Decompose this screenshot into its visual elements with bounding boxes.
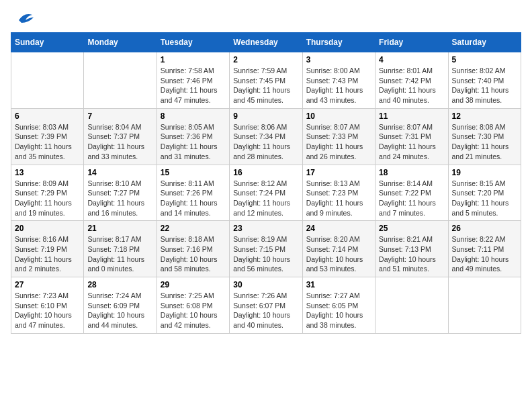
- calendar-cell: 14Sunrise: 8:10 AM Sunset: 7:27 PM Dayli…: [84, 165, 157, 221]
- calendar-week-row: 1Sunrise: 7:58 AM Sunset: 7:46 PM Daylig…: [11, 52, 521, 109]
- day-info: Sunrise: 8:14 AM Sunset: 7:22 PM Dayligh…: [379, 179, 444, 218]
- calendar-cell: 11Sunrise: 8:07 AM Sunset: 7:31 PM Dayli…: [375, 108, 448, 165]
- day-number: 18: [379, 168, 444, 177]
- logo-bird-icon: [15, 11, 34, 26]
- calendar-cell: 21Sunrise: 8:17 AM Sunset: 7:18 PM Dayli…: [84, 221, 157, 277]
- calendar-cell: 20Sunrise: 8:16 AM Sunset: 7:19 PM Dayli…: [11, 221, 84, 277]
- day-info: Sunrise: 8:07 AM Sunset: 7:33 PM Dayligh…: [306, 122, 371, 162]
- day-info: Sunrise: 8:06 AM Sunset: 7:34 PM Dayligh…: [233, 122, 298, 162]
- day-info: Sunrise: 7:25 AM Sunset: 6:08 PM Dayligh…: [161, 291, 226, 330]
- calendar-cell: 28Sunrise: 7:24 AM Sunset: 6:09 PM Dayli…: [84, 277, 157, 334]
- day-info: Sunrise: 7:59 AM Sunset: 7:45 PM Dayligh…: [233, 66, 298, 105]
- day-info: Sunrise: 8:17 AM Sunset: 7:18 PM Dayligh…: [87, 234, 152, 274]
- weekday-header-row: SundayMondayTuesdayWednesdayThursdayFrid…: [11, 33, 521, 52]
- day-number: 22: [161, 224, 226, 233]
- calendar-cell: 15Sunrise: 8:11 AM Sunset: 7:26 PM Dayli…: [157, 165, 229, 221]
- weekday-header: Tuesday: [157, 33, 229, 52]
- day-info: Sunrise: 8:18 AM Sunset: 7:16 PM Dayligh…: [161, 234, 226, 274]
- calendar-cell: 5Sunrise: 8:02 AM Sunset: 7:40 PM Daylig…: [448, 52, 521, 109]
- day-info: Sunrise: 8:00 AM Sunset: 7:43 PM Dayligh…: [306, 66, 371, 105]
- day-info: Sunrise: 8:19 AM Sunset: 7:15 PM Dayligh…: [233, 234, 298, 274]
- calendar-cell: 13Sunrise: 8:09 AM Sunset: 7:29 PM Dayli…: [11, 165, 84, 221]
- calendar-cell: 23Sunrise: 8:19 AM Sunset: 7:15 PM Dayli…: [230, 221, 302, 277]
- day-info: Sunrise: 8:08 AM Sunset: 7:30 PM Dayligh…: [452, 122, 517, 162]
- day-info: Sunrise: 8:02 AM Sunset: 7:40 PM Dayligh…: [452, 66, 517, 105]
- day-number: 13: [15, 168, 80, 177]
- weekday-header: Saturday: [448, 33, 521, 52]
- weekday-header: Friday: [375, 33, 448, 52]
- day-info: Sunrise: 8:12 AM Sunset: 7:24 PM Dayligh…: [233, 179, 298, 218]
- day-number: 5: [452, 55, 517, 64]
- day-number: 31: [306, 280, 371, 289]
- calendar-cell: 12Sunrise: 8:08 AM Sunset: 7:30 PM Dayli…: [448, 108, 521, 165]
- day-info: Sunrise: 8:07 AM Sunset: 7:31 PM Dayligh…: [379, 122, 444, 162]
- day-info: Sunrise: 7:26 AM Sunset: 6:07 PM Dayligh…: [233, 291, 298, 330]
- day-number: 27: [15, 280, 80, 289]
- calendar-cell: 24Sunrise: 8:20 AM Sunset: 7:14 PM Dayli…: [302, 221, 375, 277]
- calendar-cell: 17Sunrise: 8:13 AM Sunset: 7:23 PM Dayli…: [302, 165, 375, 221]
- calendar-cell: 29Sunrise: 7:25 AM Sunset: 6:08 PM Dayli…: [157, 277, 229, 334]
- day-number: 19: [452, 168, 517, 177]
- day-number: 8: [161, 111, 226, 121]
- day-number: 25: [379, 224, 444, 233]
- calendar-week-row: 13Sunrise: 8:09 AM Sunset: 7:29 PM Dayli…: [11, 165, 521, 221]
- day-info: Sunrise: 8:21 AM Sunset: 7:13 PM Dayligh…: [379, 234, 444, 274]
- day-number: 12: [452, 111, 517, 121]
- logo: [11, 11, 34, 26]
- day-number: 15: [161, 168, 226, 177]
- calendar-cell: [11, 52, 84, 109]
- calendar-cell: 3Sunrise: 8:00 AM Sunset: 7:43 PM Daylig…: [302, 52, 375, 109]
- calendar-table: SundayMondayTuesdayWednesdayThursdayFrid…: [11, 32, 521, 334]
- calendar-cell: 31Sunrise: 7:27 AM Sunset: 6:05 PM Dayli…: [302, 277, 375, 334]
- day-info: Sunrise: 8:16 AM Sunset: 7:19 PM Dayligh…: [15, 234, 80, 274]
- day-info: Sunrise: 8:09 AM Sunset: 7:29 PM Dayligh…: [15, 179, 80, 218]
- calendar-cell: 2Sunrise: 7:59 AM Sunset: 7:45 PM Daylig…: [230, 52, 302, 109]
- page-header: [11, 11, 521, 26]
- calendar-cell: 16Sunrise: 8:12 AM Sunset: 7:24 PM Dayli…: [230, 165, 302, 221]
- day-number: 14: [87, 168, 152, 177]
- calendar-cell: 26Sunrise: 8:22 AM Sunset: 7:11 PM Dayli…: [448, 221, 521, 277]
- day-number: 29: [161, 280, 226, 289]
- calendar-week-row: 20Sunrise: 8:16 AM Sunset: 7:19 PM Dayli…: [11, 221, 521, 277]
- day-number: 1: [161, 55, 226, 64]
- calendar-cell: 22Sunrise: 8:18 AM Sunset: 7:16 PM Dayli…: [157, 221, 229, 277]
- calendar-cell: [84, 52, 157, 109]
- day-info: Sunrise: 8:11 AM Sunset: 7:26 PM Dayligh…: [161, 179, 226, 218]
- calendar-cell: 19Sunrise: 8:15 AM Sunset: 7:20 PM Dayli…: [448, 165, 521, 221]
- calendar-cell: [375, 277, 448, 334]
- day-number: 6: [15, 111, 80, 121]
- day-number: 11: [379, 111, 444, 121]
- day-number: 4: [379, 55, 444, 64]
- day-number: 28: [87, 280, 152, 289]
- day-number: 24: [306, 224, 371, 233]
- day-info: Sunrise: 8:15 AM Sunset: 7:20 PM Dayligh…: [452, 179, 517, 218]
- calendar-cell: 30Sunrise: 7:26 AM Sunset: 6:07 PM Dayli…: [230, 277, 302, 334]
- weekday-header: Sunday: [11, 33, 84, 52]
- day-number: 26: [452, 224, 517, 233]
- calendar-cell: 27Sunrise: 7:23 AM Sunset: 6:10 PM Dayli…: [11, 277, 84, 334]
- calendar-cell: 8Sunrise: 8:05 AM Sunset: 7:36 PM Daylig…: [157, 108, 229, 165]
- day-number: 17: [306, 168, 371, 177]
- day-info: Sunrise: 8:20 AM Sunset: 7:14 PM Dayligh…: [306, 234, 371, 274]
- calendar-cell: 4Sunrise: 8:01 AM Sunset: 7:42 PM Daylig…: [375, 52, 448, 109]
- calendar-week-row: 27Sunrise: 7:23 AM Sunset: 6:10 PM Dayli…: [11, 277, 521, 334]
- calendar-cell: 10Sunrise: 8:07 AM Sunset: 7:33 PM Dayli…: [302, 108, 375, 165]
- calendar-week-row: 6Sunrise: 8:03 AM Sunset: 7:39 PM Daylig…: [11, 108, 521, 165]
- day-number: 23: [233, 224, 298, 233]
- weekday-header: Monday: [84, 33, 157, 52]
- day-number: 7: [87, 111, 152, 121]
- calendar-cell: 6Sunrise: 8:03 AM Sunset: 7:39 PM Daylig…: [11, 108, 84, 165]
- day-info: Sunrise: 8:10 AM Sunset: 7:27 PM Dayligh…: [87, 179, 152, 218]
- day-number: 2: [233, 55, 298, 64]
- calendar-cell: 18Sunrise: 8:14 AM Sunset: 7:22 PM Dayli…: [375, 165, 448, 221]
- day-number: 3: [306, 55, 371, 64]
- day-info: Sunrise: 8:01 AM Sunset: 7:42 PM Dayligh…: [379, 66, 444, 105]
- day-number: 21: [87, 224, 152, 233]
- day-info: Sunrise: 8:13 AM Sunset: 7:23 PM Dayligh…: [306, 179, 371, 218]
- day-info: Sunrise: 8:22 AM Sunset: 7:11 PM Dayligh…: [452, 234, 517, 274]
- calendar-cell: 25Sunrise: 8:21 AM Sunset: 7:13 PM Dayli…: [375, 221, 448, 277]
- day-info: Sunrise: 7:23 AM Sunset: 6:10 PM Dayligh…: [15, 291, 80, 330]
- day-info: Sunrise: 7:24 AM Sunset: 6:09 PM Dayligh…: [87, 291, 152, 330]
- day-number: 9: [233, 111, 298, 121]
- day-info: Sunrise: 8:03 AM Sunset: 7:39 PM Dayligh…: [15, 122, 80, 162]
